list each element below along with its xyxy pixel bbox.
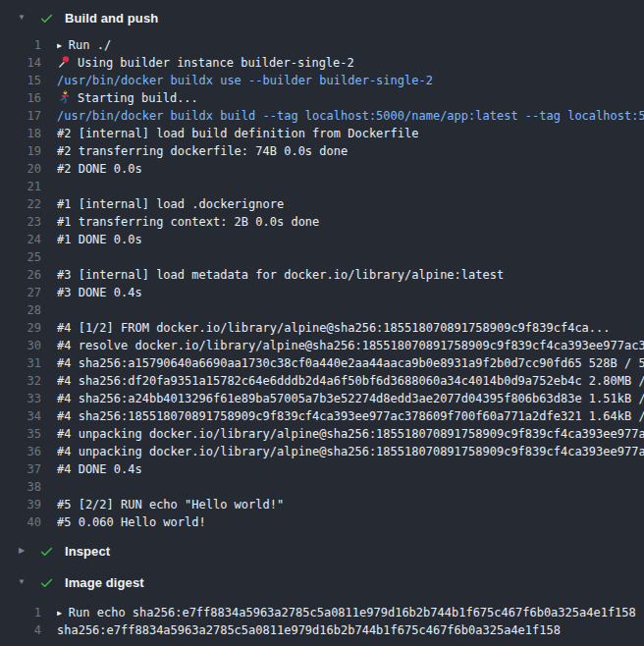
log-text-content: #4 sha256:df20fa9351a15782c64e6dddb2d4a6… bbox=[57, 374, 644, 388]
line-number[interactable]: 36 bbox=[0, 443, 41, 460]
line-number[interactable]: 19 bbox=[0, 142, 41, 160]
log-text: #4 unpacking docker.io/library/alpine@sh… bbox=[57, 425, 644, 443]
line-number[interactable]: 27 bbox=[0, 284, 41, 301]
line-number[interactable]: 35 bbox=[0, 425, 41, 443]
log-line: 22#1 [internal] load .dockerignore bbox=[0, 195, 644, 213]
log-text: ▶Run echo sha256:e7ff8834a5963a2785c5a08… bbox=[57, 604, 636, 621]
check-success-icon bbox=[39, 11, 54, 26]
triangle-down-icon: ▼ bbox=[17, 13, 27, 23]
log-text: ▶Run ./ bbox=[57, 36, 111, 54]
log-text-content: #1 [internal] load .dockerignore bbox=[57, 197, 284, 211]
triangle-down-icon: ▼ bbox=[17, 577, 27, 587]
log-group-image-digest: 1▶Run echo sha256:e7ff8834a5963a2785c5a0… bbox=[0, 604, 644, 639]
section-header-image-digest[interactable]: ▼Image digest bbox=[0, 570, 644, 594]
log-line: 1▶Run echo sha256:e7ff8834a5963a2785c5a0… bbox=[0, 604, 644, 621]
log-line: 29#4 [1/2] FROM docker.io/library/alpine… bbox=[0, 319, 644, 337]
log-line: 14Using builder instance builder-single-… bbox=[0, 54, 644, 72]
log-text: #3 DONE 0.4s bbox=[57, 284, 142, 301]
line-number[interactable]: 25 bbox=[0, 248, 41, 266]
line-number[interactable]: 29 bbox=[0, 319, 41, 337]
line-number[interactable]: 30 bbox=[0, 337, 41, 354]
line-number[interactable]: 24 bbox=[0, 231, 41, 248]
triangle-right-icon: ▶ bbox=[17, 546, 27, 556]
log-text: #4 sha256:185518070891758909c9f839cf4ca3… bbox=[57, 407, 644, 425]
line-number[interactable]: 31 bbox=[0, 354, 41, 372]
log-line: 31#4 sha256:a15790640a6690aa1730c38cf0a4… bbox=[0, 354, 644, 372]
log-text: #4 [1/2] FROM docker.io/library/alpine@s… bbox=[57, 319, 611, 337]
line-number[interactable]: 22 bbox=[0, 195, 41, 213]
line-number[interactable]: 34 bbox=[0, 407, 41, 425]
log-text: #2 [internal] load build definition from… bbox=[57, 125, 418, 142]
line-number[interactable]: 16 bbox=[0, 89, 41, 107]
log-line: 34#4 sha256:185518070891758909c9f839cf4c… bbox=[0, 407, 644, 425]
log-text: #4 sha256:a24bb4013296f61e89ba57005a7b3e… bbox=[57, 390, 644, 407]
line-number[interactable]: 28 bbox=[0, 301, 41, 319]
line-number[interactable]: 38 bbox=[0, 478, 41, 496]
line-number[interactable]: 20 bbox=[0, 160, 41, 178]
log-text-content: #5 [2/2] RUN echo "Hello world!" bbox=[57, 498, 284, 511]
log-text-content: #2 [internal] load build definition from… bbox=[57, 127, 418, 140]
section-header-inspect[interactable]: ▶Inspect bbox=[0, 539, 644, 563]
log-line: 26#3 [internal] load metadata for docker… bbox=[0, 266, 644, 284]
expand-run-icon[interactable]: ▶ bbox=[57, 605, 62, 621]
line-number[interactable]: 23 bbox=[0, 213, 41, 231]
log-line: 28 bbox=[0, 301, 644, 319]
line-number[interactable]: 26 bbox=[0, 266, 41, 284]
line-number[interactable]: 32 bbox=[0, 372, 41, 390]
line-number[interactable]: 37 bbox=[0, 460, 41, 478]
expand-run-icon[interactable]: ▶ bbox=[57, 37, 62, 54]
log-text: #1 DONE 0.0s bbox=[57, 231, 142, 248]
log-line: 35#4 unpacking docker.io/library/alpine@… bbox=[0, 425, 644, 443]
section-header-build-and-push[interactable]: ▼Build and push bbox=[0, 6, 644, 29]
log-line: 15/usr/bin/docker buildx use --builder b… bbox=[0, 72, 644, 89]
log-text: #5 [2/2] RUN echo "Hello world!" bbox=[57, 496, 284, 513]
line-number[interactable]: 15 bbox=[0, 72, 41, 89]
workflow-log-viewer: ▼Build and push1▶Run ./14Using builder i… bbox=[0, 0, 644, 646]
line-number[interactable]: 33 bbox=[0, 390, 41, 407]
line-number[interactable]: 40 bbox=[0, 513, 41, 531]
log-text-content: #5 0.060 Hello world! bbox=[57, 515, 206, 529]
log-line: 17/usr/bin/docker buildx build --tag loc… bbox=[0, 107, 644, 125]
line-number[interactable]: 18 bbox=[0, 125, 41, 142]
log-command-text: /usr/bin/docker buildx use --builder bui… bbox=[57, 72, 433, 89]
log-text-content: #4 sha256:185518070891758909c9f839cf4ca3… bbox=[57, 409, 644, 423]
log-text: sha256:e7ff8834a5963a2785c5a0811e979d16b… bbox=[57, 621, 561, 639]
line-number[interactable]: 21 bbox=[0, 178, 41, 195]
log-text-content: #2 DONE 0.0s bbox=[57, 162, 142, 176]
log-line: 25 bbox=[0, 248, 644, 266]
log-line: 24#1 DONE 0.0s bbox=[0, 231, 644, 248]
section-title: Image digest bbox=[65, 575, 144, 590]
log-group-build-and-push: 1▶Run ./14Using builder instance builder… bbox=[0, 36, 644, 531]
section-title: Inspect bbox=[65, 544, 110, 559]
log-line: 23#1 transferring context: 2B 0.0s done bbox=[0, 213, 644, 231]
log-text-content: #4 sha256:a24bb4013296f61e89ba57005a7b3e… bbox=[57, 392, 644, 405]
log-text-content: Run echo sha256:e7ff8834a5963a2785c5a081… bbox=[69, 606, 636, 619]
log-text-content: /usr/bin/docker buildx use --builder bui… bbox=[57, 74, 433, 87]
log-text: #4 DONE 0.4s bbox=[57, 460, 142, 478]
log-line: 38 bbox=[0, 478, 644, 496]
log-text-content: #1 DONE 0.0s bbox=[57, 233, 142, 246]
log-line: 21 bbox=[0, 178, 644, 195]
log-text-content: #4 DONE 0.4s bbox=[57, 462, 142, 476]
log-text: #1 [internal] load .dockerignore bbox=[57, 195, 284, 213]
log-line: 40#5 0.060 Hello world! bbox=[0, 513, 644, 531]
line-number[interactable]: 17 bbox=[0, 107, 41, 125]
log-text: #4 unpacking docker.io/library/alpine@sh… bbox=[57, 443, 644, 460]
log-text-content: #3 [internal] load metadata for docker.i… bbox=[57, 268, 504, 282]
line-number[interactable]: 14 bbox=[0, 54, 41, 72]
log-text: #4 sha256:a15790640a6690aa1730c38cf0a440… bbox=[57, 354, 644, 372]
log-line: 19#2 transferring dockerfile: 74B 0.0s d… bbox=[0, 142, 644, 160]
line-number[interactable]: 4 bbox=[0, 621, 41, 639]
line-number[interactable]: 1 bbox=[0, 36, 41, 54]
section-title: Build and push bbox=[65, 11, 158, 26]
log-text-content: #3 DONE 0.4s bbox=[57, 286, 142, 299]
line-number[interactable]: 39 bbox=[0, 496, 41, 513]
log-command-text: /usr/bin/docker buildx build --tag local… bbox=[57, 107, 644, 125]
log-line: 32#4 sha256:df20fa9351a15782c64e6dddb2d4… bbox=[0, 372, 644, 390]
line-number[interactable]: 1 bbox=[0, 604, 41, 621]
check-success-icon bbox=[39, 544, 54, 559]
log-text: Starting build... bbox=[57, 89, 198, 107]
log-line: 27#3 DONE 0.4s bbox=[0, 284, 644, 301]
log-line: 20#2 DONE 0.0s bbox=[0, 160, 644, 178]
runner-icon bbox=[57, 90, 71, 104]
